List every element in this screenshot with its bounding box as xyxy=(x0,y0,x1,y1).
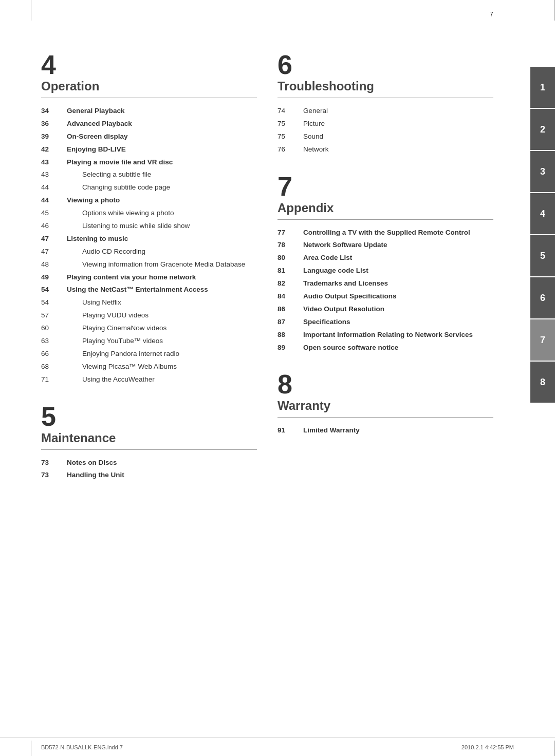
toc-text: Advanced Playback xyxy=(67,119,257,129)
toc-entry: 54 Using the NetCast™ Entertainment Acce… xyxy=(41,285,257,295)
toc-entry: 68 Viewing Picasa™ Web Albums xyxy=(41,362,257,372)
toc-entry: 81 Language code List xyxy=(278,266,493,276)
toc-num: 76 xyxy=(278,145,303,155)
footer: BD572-N-BUSALLK-ENG.indd 7 2010.2.1 4:42… xyxy=(0,738,555,756)
toc-entry: 75 Sound xyxy=(278,132,493,142)
side-tab-6[interactable]: 6 xyxy=(530,277,555,318)
side-tab-5[interactable]: 5 xyxy=(530,235,555,276)
side-tab-1[interactable]: 1 xyxy=(530,67,555,108)
toc-entry: 74 General xyxy=(278,106,493,116)
toc-entry: 82 Trademarks and Licenses xyxy=(278,279,493,289)
toc-entry: 80 Area Code List xyxy=(278,253,493,263)
toc-text: Playing CinemaNow videos xyxy=(67,324,257,333)
toc-entry: 86 Video Output Resolution xyxy=(278,305,493,314)
toc-num: 54 xyxy=(41,298,67,308)
toc-num: 68 xyxy=(41,362,67,372)
toc-text: Network Software Update xyxy=(303,240,493,250)
section-4-title: Operation xyxy=(41,79,257,98)
toc-text: Video Output Resolution xyxy=(303,305,493,314)
toc-num: 91 xyxy=(278,426,303,436)
section-4-number: 4 xyxy=(41,51,257,78)
toc-entry: 57 Playing VUDU videos xyxy=(41,311,257,320)
toc-text: Viewing a photo xyxy=(67,196,257,205)
section-5-title: Maintenance xyxy=(41,431,257,450)
toc-text: Open source software notice xyxy=(303,343,493,353)
toc-num: 73 xyxy=(41,470,67,480)
section-5-number: 5 xyxy=(41,403,257,430)
toc-entry: 88 Important Information Relating to Net… xyxy=(278,330,493,340)
toc-text: Using Netflix xyxy=(67,298,257,308)
toc-entry: 44 Changing subtitle code page xyxy=(41,183,257,193)
right-column: 6 Troubleshooting 74 General 75 Picture … xyxy=(278,51,493,499)
toc-entry: 54 Using Netflix xyxy=(41,298,257,308)
toc-text: Changing subtitle code page xyxy=(67,183,257,193)
toc-text: Enjoying Pandora internet radio xyxy=(67,349,257,359)
toc-entry: 43 Selecting a subtitle file xyxy=(41,170,257,180)
toc-text: Using the NetCast™ Entertainment Access xyxy=(67,285,257,295)
side-tab-8[interactable]: 8 xyxy=(530,362,555,403)
toc-entry: 47 Listening to music xyxy=(41,234,257,244)
toc-num: 44 xyxy=(41,196,67,205)
toc-num: 60 xyxy=(41,324,67,333)
toc-entry: 45 Options while viewing a photo xyxy=(41,209,257,218)
toc-num: 57 xyxy=(41,311,67,320)
toc-entry: 73 Handling the Unit xyxy=(41,470,257,480)
toc-text: Options while viewing a photo xyxy=(67,209,257,218)
toc-text: Area Code List xyxy=(303,253,493,263)
section-8-title: Warranty xyxy=(278,399,493,418)
toc-text: General xyxy=(303,106,493,116)
toc-num: 75 xyxy=(278,132,303,142)
toc-num: 81 xyxy=(278,266,303,276)
side-tab-4[interactable]: 4 xyxy=(530,193,555,234)
toc-entry: 46 Listening to music while slide show xyxy=(41,221,257,231)
toc-entry: 91 Limited Warranty xyxy=(278,426,493,436)
toc-num: 39 xyxy=(41,132,67,142)
toc-num: 84 xyxy=(278,292,303,301)
side-tabs: 1 2 3 4 5 6 7 8 xyxy=(530,67,555,403)
toc-entry: 87 Specifications xyxy=(278,317,493,327)
toc-text: Listening to music while slide show xyxy=(67,221,257,231)
toc-num: 78 xyxy=(278,240,303,250)
section-6: 6 Troubleshooting 74 General 75 Picture … xyxy=(278,51,493,155)
side-tab-7[interactable]: 7 xyxy=(530,319,555,361)
toc-text: Handling the Unit xyxy=(67,470,257,480)
toc-num: 74 xyxy=(278,106,303,116)
toc-num: 63 xyxy=(41,336,67,346)
section-4: 4 Operation 34 General Playback 36 Advan… xyxy=(41,51,257,385)
section-7: 7 Appendix 77 Controlling a TV with the … xyxy=(278,173,493,353)
toc-text: Selecting a subtitle file xyxy=(67,170,257,180)
side-tab-2[interactable]: 2 xyxy=(530,109,555,150)
toc-entry: 49 Playing content via your home network xyxy=(41,273,257,282)
toc-num: 86 xyxy=(278,305,303,314)
toc-num: 82 xyxy=(278,279,303,289)
page: 7 1 2 3 4 5 6 7 8 4 Operation 34 General… xyxy=(0,0,555,756)
toc-entry: 84 Audio Output Specifications xyxy=(278,292,493,301)
toc-num: 34 xyxy=(41,106,67,116)
toc-entry: 77 Controlling a TV with the Supplied Re… xyxy=(278,228,493,238)
toc-text: On-Screen display xyxy=(67,132,257,142)
top-border-left xyxy=(31,0,31,21)
toc-entry: 48 Viewing information from Gracenote Me… xyxy=(41,260,257,270)
toc-entry: 73 Notes on Discs xyxy=(41,458,257,468)
toc-num: 49 xyxy=(41,273,67,282)
side-tab-3[interactable]: 3 xyxy=(530,151,555,192)
toc-num: 43 xyxy=(41,170,67,180)
toc-text: Viewing Picasa™ Web Albums xyxy=(67,362,257,372)
toc-entry: 42 Enjoying BD-LIVE xyxy=(41,145,257,155)
toc-num: 44 xyxy=(41,183,67,193)
toc-entry: 63 Playing YouTube™ videos xyxy=(41,336,257,346)
toc-text: Controlling a TV with the Supplied Remot… xyxy=(303,228,493,238)
toc-text: Playing YouTube™ videos xyxy=(67,336,257,346)
page-number-top: 7 xyxy=(490,10,493,18)
section-8: 8 Warranty 91 Limited Warranty xyxy=(278,371,493,436)
toc-text: Specifications xyxy=(303,317,493,327)
toc-num: 66 xyxy=(41,349,67,359)
left-column: 4 Operation 34 General Playback 36 Advan… xyxy=(41,51,257,499)
toc-text: General Playback xyxy=(67,106,257,116)
toc-num: 80 xyxy=(278,253,303,263)
toc-entry: 78 Network Software Update xyxy=(278,240,493,250)
section-7-number: 7 xyxy=(278,173,493,200)
toc-text: Viewing information from Gracenote Media… xyxy=(67,260,257,270)
toc-entry: 89 Open source software notice xyxy=(278,343,493,353)
toc-text: Notes on Discs xyxy=(67,458,257,468)
